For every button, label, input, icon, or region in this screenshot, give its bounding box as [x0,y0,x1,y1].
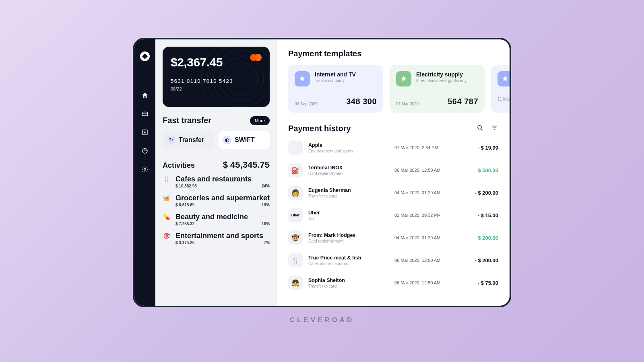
template-amount: 348 300 [346,97,377,106]
activity-item[interactable]: 🧺Groceries and supermarkets$ 8,615.6919% [163,194,270,207]
svg-point-8 [219,57,264,101]
activity-icon: 🍴 [163,175,170,182]
card-expiry: 08/22 [171,86,262,91]
nav-analytics-icon[interactable] [141,147,149,154]
nav-settings-icon[interactable] [141,166,149,173]
brand-label: CLEVEROAD [290,316,355,324]
svg-point-6 [144,169,146,171]
activity-name: Beauty and medicine [175,213,270,221]
history-avatar [288,140,303,155]
activity-name: Cafes and restaurants [175,175,270,183]
activity-pct: 19% [262,203,270,207]
template-name: Electricity supply [416,71,466,78]
history-row[interactable]: 🍴True Price meat & fishCafes and restaur… [288,251,498,270]
filter-icon[interactable] [491,124,498,133]
activity-icon: 💊 [163,213,170,220]
template-icon [295,71,310,86]
history-name: Eugenia Sherman [308,187,389,193]
search-icon[interactable] [477,124,484,133]
history-category: Transfer to card [308,194,389,198]
history-category: Transfer to card [308,284,389,288]
history-row[interactable]: ⛽Terminal IBOXCard replenishment06 Mar 2… [288,160,498,180]
template-sub: International Energy Society [416,78,466,83]
history-name: Uber [308,210,389,216]
logo-icon [140,51,150,61]
history-row[interactable]: 🤠From: Mark HodgesCard replenishment04 M… [288,228,498,247]
history-date: 06 Mar 2020, 12:50 AM [394,280,460,285]
activity-item[interactable]: 💊Beauty and medicine$ 7,255.3216% [163,213,270,226]
history-avatar: 🍴 [288,253,303,267]
history-name: Terminal IBOX [308,165,389,171]
swift-label: SWIFT [235,136,255,144]
history-row[interactable]: 👩Eugenia ShermanTransfer to card04 Mar 2… [288,183,498,202]
history-amount: - $ 200.00 [466,257,498,263]
history-amount: - $ 15.00 [466,212,498,218]
swift-button[interactable]: ◐ SWIFT [219,131,270,149]
template-card[interactable]: Internet and TVTriolan company09 Sep 202… [288,65,383,113]
history-name: Apple [308,142,389,148]
history-date: 06 Mar 2020, 12:50 AM [394,258,460,263]
history-avatar: ⛽ [288,163,303,177]
svg-line-13 [481,129,483,130]
activity-item[interactable]: 🍴Cafes and restaurants$ 10,882.9824% [163,175,270,188]
svg-point-12 [478,125,481,129]
balance-card[interactable]: $2,367.45 5631 0110 7010 5423 08/22 [163,47,270,107]
template-card[interactable]: 11 Mar [491,65,510,113]
history-date: 07 Mar 2020, 2:34 PM [394,145,460,150]
template-date: 07 Mar 2020 [396,102,419,106]
history-date: 02 Mar 2020, 09:32 PM [394,213,460,218]
activity-name: Entertainment and sports [175,232,270,240]
template-sub: Triolan company [315,78,356,83]
history-name: Sophia Shelton [308,278,389,283]
activity-amount: $ 8,615.69 [175,203,194,207]
template-amount: 564 787 [448,97,478,106]
activity-pct: 7% [264,241,270,245]
mastercard-icon [250,54,262,61]
fast-transfer-title: Fast transfer [163,116,211,125]
template-icon [497,71,510,86]
history-category: Card replenishment [308,171,389,176]
activity-pct: 16% [262,222,270,226]
sidebar [134,39,155,306]
activity-amount: $ 3,174.20 [175,241,194,245]
transfer-button[interactable]: ↻ Transfer [163,131,214,149]
activity-item[interactable]: 🎯Entertainment and sports$ 3,174.207% [163,232,270,245]
more-button[interactable]: More [250,116,270,125]
nav-templates-icon[interactable] [141,129,149,136]
history-row[interactable]: 👧Sophia SheltonTransfer to card06 Mar 20… [288,273,498,292]
activities-list: 🍴Cafes and restaurants$ 10,882.9824%🧺Gro… [163,175,270,245]
activity-icon: 🎯 [163,232,170,239]
templates-title: Payment templates [288,49,510,58]
activities-title: Activities [163,161,195,170]
history-row[interactable]: AppleEntertainment and sports07 Mar 2020… [288,138,498,157]
history-amount: - $ 19.99 [466,145,498,151]
history-category: Taxi [308,216,389,221]
template-card[interactable]: Electricity supplyInternational Energy S… [390,65,485,113]
activity-amount: $ 10,882.98 [175,184,197,188]
activity-icon: 🧺 [163,194,170,201]
svg-rect-0 [142,112,148,116]
history-row[interactable]: UberUberTaxi02 Mar 2020, 09:32 PM- $ 15.… [288,206,498,225]
history-amount: - $ 200.00 [466,190,498,196]
history-date: 06 Mar 2020, 12:50 AM [394,168,460,173]
history-amount: $ 500.00 [466,167,498,173]
activity-pct: 24% [262,184,270,188]
nav-card-icon[interactable] [141,110,149,117]
activity-name: Groceries and supermarkets [175,194,270,202]
template-date: 11 Mar [497,97,510,101]
history-list: AppleEntertainment and sports07 Mar 2020… [288,138,510,292]
template-icon [396,71,411,86]
history-amount: $ 200.00 [466,235,498,241]
history-name: From: Mark Hodges [308,232,389,238]
activity-amount: $ 7,255.32 [175,222,194,226]
history-avatar: 👩 [288,185,303,200]
history-amount: - $ 75.00 [466,280,498,286]
history-category: Entertainment and sports [308,149,389,153]
nav-home-icon[interactable] [141,92,149,99]
left-panel: $2,367.45 5631 0110 7010 5423 08/22 Fast… [155,39,277,306]
swift-icon: ◐ [223,136,231,144]
right-panel: Payment templates Internet and TVTriolan… [277,39,510,306]
history-avatar: 🤠 [288,230,303,245]
transfer-label: Transfer [179,136,204,144]
activities-total: $ 45,345.75 [223,160,270,170]
